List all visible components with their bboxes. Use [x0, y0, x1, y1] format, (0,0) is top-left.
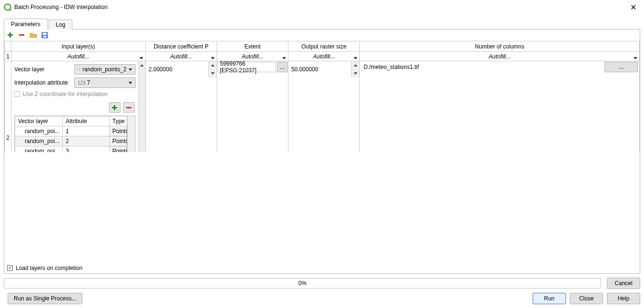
cancel-button[interactable]: Cancel — [607, 278, 640, 289]
num-columns-value[interactable]: D:/meteo_stations1.tif — [361, 62, 602, 72]
progress-bar: 0% — [4, 278, 601, 289]
add-row-button[interactable] — [6, 31, 15, 39]
close-button[interactable]: Close — [570, 293, 603, 304]
interpolation-attribute-combo[interactable]: 123 7 — [74, 77, 136, 88]
attribute-table: Vector layer Attribute Type random_poi..… — [15, 116, 127, 152]
save-button[interactable] — [40, 31, 49, 39]
remove-row-button[interactable] — [18, 31, 26, 39]
attribute-row[interactable]: random_poi...2Points — [15, 136, 127, 146]
attribute-row[interactable]: random_poi...1Points — [15, 126, 127, 136]
svg-rect-9 — [112, 107, 117, 108]
panel-scrollbar[interactable] — [139, 61, 145, 152]
svg-rect-3 — [8, 34, 13, 36]
autofill-distance-p[interactable]: Autofill... — [146, 52, 217, 61]
autofill-output-size[interactable]: Autofill... — [288, 52, 359, 61]
svg-rect-4 — [19, 34, 24, 36]
svg-rect-7 — [43, 36, 46, 38]
attribute-row[interactable]: random_poi...3Points — [15, 146, 127, 152]
col-extent[interactable]: Extent — [217, 41, 288, 52]
titlebar: Batch Processing - IDW interpolation ✕ — [0, 0, 644, 14]
num-columns-browse-button[interactable]: ... — [604, 62, 638, 72]
row-header-1[interactable]: 1 — [5, 52, 11, 61]
autofill-input-layers[interactable]: Autofill... — [11, 52, 145, 61]
vector-layer-combo[interactable]: ⁖ random_points_2 — [74, 64, 136, 75]
use-z-checkbox — [14, 91, 20, 97]
use-z-label: Use Z-coordinate for interpolation — [23, 91, 108, 97]
batch-toolbar — [4, 29, 640, 41]
row-header-2[interactable]: 2 — [5, 61, 11, 152]
run-button[interactable]: Run — [533, 293, 566, 304]
svg-rect-6 — [43, 33, 47, 35]
window-close-button[interactable]: ✕ — [626, 3, 640, 12]
interpolation-attribute-label: Interpolation attribute — [14, 79, 71, 86]
col-input-layers[interactable]: Input layer(s) — [11, 41, 146, 52]
output-size-cell[interactable]: 50.000000 — [288, 61, 351, 77]
numeric-field-icon: 123 — [78, 80, 86, 86]
col-distance-p[interactable]: Distance coefficient P — [146, 41, 217, 52]
output-size-scrollbar[interactable] — [351, 61, 359, 77]
vector-layer-label: Vector layer — [14, 66, 71, 73]
sub-col-vector[interactable]: Vector layer — [15, 116, 63, 126]
extent-browse-button[interactable]: ... — [277, 62, 287, 72]
load-layers-checkbox[interactable]: ✓ — [7, 265, 13, 271]
help-button[interactable]: Help — [607, 293, 640, 304]
distance-p-cell[interactable]: 2.000000 — [146, 61, 208, 77]
batch-table: Input layer(s) Distance coefficient P Ex… — [4, 41, 640, 152]
autofill-num-columns[interactable]: Autofill... — [360, 52, 639, 61]
extent-value[interactable]: 59999766 [EPSG:21037] — [218, 62, 276, 72]
svg-rect-10 — [126, 107, 131, 108]
window-title: Batch Processing - IDW interpolation — [14, 4, 108, 10]
tab-parameters[interactable]: Parameters — [4, 19, 48, 29]
sub-col-attribute[interactable]: Attribute — [63, 116, 109, 126]
tabs: Parameters Log — [4, 18, 640, 29]
points-icon: ⁖ — [78, 66, 80, 73]
run-single-process-button[interactable]: Run as Single Process... — [8, 293, 82, 304]
sub-col-type[interactable]: Type — [109, 116, 127, 126]
remove-attribute-button[interactable] — [123, 102, 135, 113]
distance-scrollbar[interactable] — [208, 61, 217, 77]
add-attribute-button[interactable] — [109, 102, 120, 113]
col-output-size[interactable]: Output raster size — [288, 41, 360, 52]
corner-cell — [5, 41, 11, 52]
tab-log[interactable]: Log — [49, 19, 72, 29]
load-layers-label: Load layers on completion — [16, 265, 82, 271]
autofill-extent[interactable]: Autofill... — [217, 52, 288, 61]
sub-scrollbar-vertical[interactable] — [127, 116, 135, 152]
open-button[interactable] — [29, 31, 38, 39]
col-num-columns[interactable]: Number of columns — [360, 41, 640, 52]
app-icon — [4, 3, 11, 11]
